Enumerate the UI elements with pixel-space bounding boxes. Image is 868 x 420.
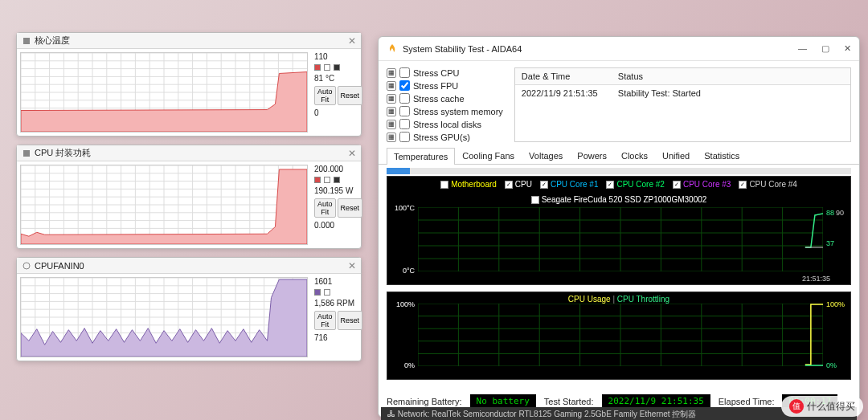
- usage-label-b: CPU Throttling: [617, 295, 669, 304]
- stress-option[interactable]: ▦Stress GPU(s): [387, 132, 503, 142]
- close-icon[interactable]: ✕: [348, 35, 356, 47]
- monitor-title: CPUFANIN0: [35, 261, 84, 271]
- checkbox[interactable]: [399, 93, 410, 104]
- time-label: 21:51:35: [802, 275, 850, 283]
- tab-unified[interactable]: Unified: [655, 147, 697, 164]
- monitor-title-bar[interactable]: CPU 封装功耗 ✕: [17, 145, 361, 161]
- temperature-plot: Motherboard✓CPU✓CPU Core #1✓CPU Core #2✓…: [387, 176, 851, 285]
- tab-powers[interactable]: Powers: [570, 147, 614, 164]
- reading-b: 90: [836, 209, 860, 217]
- legend-label: CPU Core #3: [683, 180, 731, 189]
- close-icon[interactable]: ✕: [348, 148, 356, 159]
- checkbox[interactable]: [399, 80, 410, 91]
- min-value: 716: [314, 333, 358, 342]
- legend-item[interactable]: ✓CPU Core #1: [540, 180, 598, 189]
- tab-cooling-fans[interactable]: Cooling Fans: [455, 147, 522, 164]
- tab-clocks[interactable]: Clocks: [614, 147, 655, 164]
- option-label: Stress FPU: [413, 81, 458, 91]
- monitor-power-window: CPU 封装功耗 ✕ 200.000 190.195 W Auto Fit Re…: [16, 145, 362, 249]
- close-icon[interactable]: ✕: [348, 260, 356, 271]
- aida-titlebar[interactable]: System Stability Test - AIDA64 — ▢ ✕: [379, 37, 859, 61]
- checkbox[interactable]: [399, 67, 410, 78]
- monitor-title-bar[interactable]: CPUFANIN0 ✕: [17, 258, 361, 274]
- option-label: Stress system memory: [413, 107, 503, 116]
- checkbox-icon: ✓: [673, 181, 681, 189]
- cell-datetime: 2022/11/9 21:51:35: [515, 85, 612, 101]
- legend-dots: [314, 64, 358, 71]
- checkbox[interactable]: [399, 132, 410, 142]
- aida64-window: System Stability Test - AIDA64 — ▢ ✕ ▦St…: [378, 36, 860, 418]
- reset-button[interactable]: Reset: [338, 198, 363, 218]
- legend-item[interactable]: Motherboard: [440, 180, 497, 189]
- elapsed-label: Elapsed Time:: [719, 397, 775, 406]
- tab-temperatures[interactable]: Temperatures: [387, 148, 455, 165]
- legend-label: CPU: [515, 180, 532, 189]
- checkbox-icon: ✓: [606, 181, 614, 189]
- chip-icon: [22, 36, 31, 46]
- battery-value: No battery: [470, 394, 536, 408]
- checkbox-icon: ✓: [739, 181, 747, 189]
- autofit-button[interactable]: Auto Fit: [314, 311, 336, 330]
- legend-item[interactable]: ✓CPU Core #3: [673, 180, 731, 189]
- max-value: 1601: [314, 277, 358, 286]
- checkbox-icon: ✓: [540, 181, 548, 189]
- started-value: 2022/11/9 21:51:35: [602, 394, 710, 408]
- stress-option[interactable]: ▦Stress FPU: [387, 80, 503, 91]
- stress-option[interactable]: ▦Stress local disks: [387, 119, 503, 129]
- option-icon: ▦: [387, 120, 396, 129]
- reading-0: 0%: [826, 361, 850, 369]
- stress-option[interactable]: ▦Stress system memory: [387, 106, 503, 116]
- stress-options: ▦Stress CPU▦Stress FPU▦Stress cache▦Stre…: [387, 67, 503, 142]
- tab-voltages[interactable]: Voltages: [522, 147, 570, 164]
- usage-plot: CPU Usage | CPU Throttling 100% 0% 100% …: [387, 292, 851, 380]
- legend-label: Motherboard: [451, 180, 497, 189]
- autofit-button[interactable]: Auto Fit: [314, 86, 336, 105]
- option-label: Stress GPU(s): [413, 133, 470, 142]
- y-label-bot: 0°C: [391, 267, 415, 275]
- option-icon: ▦: [387, 81, 396, 91]
- minimize-icon[interactable]: —: [798, 43, 807, 54]
- current-value: 190.195 W: [314, 186, 358, 195]
- svg-point-62: [23, 263, 30, 269]
- checkbox[interactable]: [399, 106, 410, 116]
- reading-c: 37: [826, 239, 850, 247]
- legend-dots: [314, 289, 358, 296]
- y-label-top: 100%: [391, 300, 415, 308]
- reading-100: 100%: [826, 300, 850, 308]
- flame-icon: [387, 43, 398, 55]
- checkbox[interactable]: [399, 119, 410, 129]
- legend-label: CPU Core #2: [616, 180, 664, 189]
- autofit-button[interactable]: Auto Fit: [314, 198, 336, 218]
- col-datetime: Date & Time: [515, 68, 612, 84]
- legend-item[interactable]: ✓CPU: [505, 180, 532, 189]
- max-value: 110: [314, 52, 358, 61]
- monitor-title-bar[interactable]: 核心温度 ✕: [17, 33, 361, 49]
- legend-item[interactable]: ✓CPU Core #2: [606, 180, 664, 189]
- legend-item[interactable]: Seagate FireCuda 520 SSD ZP1000GM30002: [531, 195, 707, 204]
- option-icon: ▦: [387, 107, 396, 116]
- reset-button[interactable]: Reset: [338, 86, 363, 105]
- max-value: 200.000: [314, 165, 358, 173]
- usage-label-a: CPU Usage: [568, 295, 611, 304]
- cell-status: Stability Test: Started: [612, 85, 707, 101]
- chip-icon: [22, 149, 31, 158]
- legend-item[interactable]: ✓CPU Core #4: [739, 180, 796, 189]
- option-icon: ▦: [387, 94, 396, 104]
- stress-option[interactable]: ▦Stress CPU: [387, 67, 503, 78]
- current-value: 1,586 RPM: [314, 299, 358, 308]
- status-table: Date & Time Status 2022/11/9 21:51:35 St…: [514, 67, 851, 142]
- stress-option[interactable]: ▦Stress cache: [387, 93, 503, 104]
- progress-bar: [387, 168, 851, 174]
- started-label: Test Started:: [544, 397, 594, 406]
- monitor-title: CPU 封装功耗: [35, 147, 91, 159]
- reset-button[interactable]: Reset: [338, 311, 363, 330]
- maximize-icon[interactable]: ▢: [821, 43, 829, 54]
- monitor-fan-window: CPUFANIN0 ✕ 1601 1,586 RPM Auto Fit Rese…: [16, 257, 362, 361]
- power-chart: [20, 165, 308, 245]
- tab-statistics[interactable]: Statistics: [697, 147, 747, 164]
- legend-label: CPU Core #1: [551, 180, 598, 189]
- close-icon[interactable]: ✕: [844, 43, 851, 54]
- min-value: 0: [314, 108, 358, 117]
- fan-chart: [20, 277, 308, 357]
- aida-tabs: TemperaturesCooling FansVoltagesPowersCl…: [379, 147, 859, 165]
